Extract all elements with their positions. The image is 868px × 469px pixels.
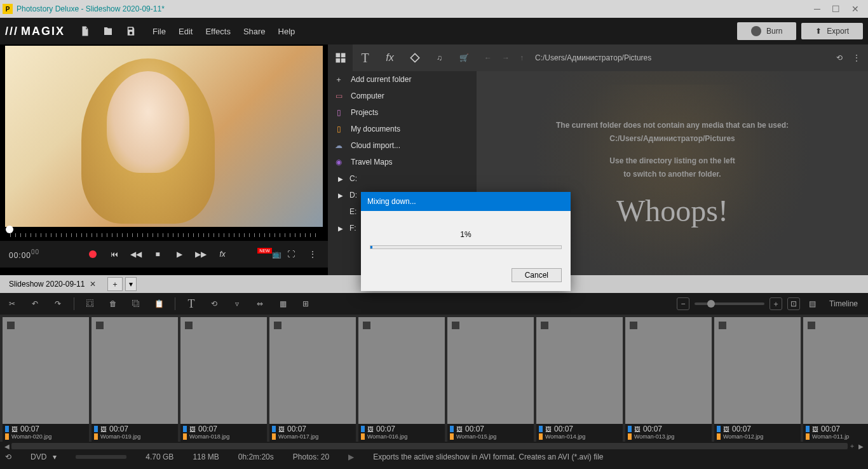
slide-thumb[interactable] <box>358 317 445 424</box>
delete-button[interactable]: 🗑 <box>106 297 120 311</box>
cloud-import-item[interactable]: ☁Cloud import... <box>328 137 477 154</box>
computer-item[interactable]: ▭Computer <box>328 88 477 104</box>
slide-checkbox[interactable] <box>540 321 549 330</box>
menu-file[interactable]: File <box>146 27 172 36</box>
slide-4[interactable]: 🖼00:07 Woman-016.jpg <box>358 317 445 442</box>
text-tab[interactable]: T <box>353 44 377 71</box>
tab-dropdown-button[interactable]: ▾ <box>125 277 137 291</box>
range-button[interactable]: ⇔ <box>253 297 267 311</box>
slide-checkbox[interactable] <box>6 321 15 330</box>
title-button[interactable]: T <box>184 297 198 311</box>
menu-help[interactable]: Help <box>272 27 302 36</box>
slide-6[interactable]: 🖼00:07 Woman-014.jpg <box>536 317 623 442</box>
transitions-tab[interactable] <box>402 44 427 71</box>
slide-8[interactable]: 🖼00:07 Woman-012.jpg <box>714 317 801 442</box>
slide-thumb[interactable] <box>180 317 267 424</box>
slide-thumb[interactable] <box>625 317 712 424</box>
skip-prev-button[interactable]: ⏮ <box>108 248 121 261</box>
slide-thumb[interactable] <box>92 317 178 424</box>
tab-add-button[interactable]: ＋ <box>107 277 123 291</box>
slide-2[interactable]: 🖼00:07 Woman-018.jpg <box>180 317 267 442</box>
minimize-button[interactable]: ─ <box>814 4 820 14</box>
fx-button[interactable]: fx <box>216 248 229 261</box>
rewind-button[interactable]: ◀◀ <box>130 248 142 261</box>
zoom-fit-button[interactable]: ⊡ <box>787 297 800 310</box>
timeline-label[interactable]: Timeline <box>829 299 858 308</box>
slide-thumb[interactable] <box>803 317 868 424</box>
path-field[interactable]: C:/Users/Администратор/Pictures <box>531 53 829 62</box>
my-documents-item[interactable]: ▯My documents <box>328 121 477 137</box>
storyboard[interactable]: 🖼00:07 Woman-020.jpg 🖼00:07 Woman-019.jp… <box>0 315 868 442</box>
status-dropdown-icon[interactable]: ▾ <box>53 452 57 461</box>
slide-checkbox[interactable] <box>362 321 371 330</box>
cut-button[interactable]: ✂ <box>5 297 19 311</box>
forward-button[interactable]: ▶▶ <box>194 248 207 261</box>
audio-tab[interactable]: ♫ <box>427 44 452 71</box>
redo-button[interactable]: ↷ <box>51 297 65 311</box>
zoom-slider[interactable] <box>695 302 764 305</box>
preview-ruler[interactable] <box>5 228 323 241</box>
projects-item[interactable]: ▯Projects <box>328 104 477 121</box>
more-button[interactable]: ⋮ <box>306 248 319 261</box>
menu-effects[interactable]: Effects <box>199 27 237 36</box>
cancel-button[interactable]: Cancel <box>512 268 562 282</box>
nav-up-button[interactable]: ↑ <box>517 53 526 62</box>
close-button[interactable]: ✕ <box>851 4 859 14</box>
add-folder-item[interactable]: ＋Add current folder <box>328 71 477 88</box>
slide-checkbox[interactable] <box>807 321 816 330</box>
zoom-in-button[interactable]: ＋ <box>770 297 782 310</box>
slide-checkbox[interactable] <box>451 321 460 330</box>
maximize-button[interactable]: ☐ <box>832 4 840 14</box>
export-button[interactable]: ⬆Export <box>801 23 863 39</box>
options-icon[interactable]: ⋮ <box>850 53 863 62</box>
storyboard-scrollbar[interactable]: ◀ ＋ ▶ <box>0 442 868 451</box>
slide-9[interactable]: 🖼00:07 Woman-011.jp <box>803 317 868 442</box>
new-file-icon[interactable] <box>78 24 93 39</box>
menu-share[interactable]: Share <box>237 27 272 36</box>
slide-7[interactable]: 🖼00:07 Woman-013.jpg <box>625 317 712 442</box>
slide-0[interactable]: 🖼00:07 Woman-020.jpg <box>3 317 89 442</box>
travel-maps-item[interactable]: ◉Travel Maps <box>328 154 477 170</box>
slide-thumb[interactable] <box>536 317 623 424</box>
tab-close-icon[interactable]: ✕ <box>90 280 96 289</box>
slide-checkbox[interactable] <box>95 321 104 330</box>
save-icon[interactable] <box>123 24 139 39</box>
store-tab[interactable]: 🛒 <box>452 44 477 71</box>
rotate-button[interactable]: ⟲ <box>207 297 221 311</box>
cast-button[interactable]: NEW📺 <box>263 248 276 261</box>
project-tab[interactable]: Slideshow 2020-09-11 ✕ <box>0 275 105 293</box>
scroll-right-button[interactable]: ▶ <box>857 442 865 451</box>
slide-thumb[interactable] <box>447 317 534 424</box>
view-toggle-button[interactable]: ▤ <box>805 297 819 311</box>
refresh-status-icon[interactable]: ⟲ <box>5 452 11 461</box>
slide-checkbox[interactable] <box>184 321 193 330</box>
fx-tab[interactable]: fx <box>377 44 402 71</box>
play-button[interactable]: ▶ <box>173 248 186 261</box>
paste-button[interactable]: 📋 <box>152 297 166 311</box>
group-button[interactable]: ⿴ <box>83 297 97 311</box>
slide-thumb[interactable] <box>714 317 801 424</box>
nav-forward-button[interactable]: → <box>499 53 512 62</box>
menu-edit[interactable]: Edit <box>172 27 199 36</box>
chapter-button[interactable]: ▦ <box>276 297 290 311</box>
grid-button[interactable]: ⊞ <box>299 297 313 311</box>
undo-button[interactable]: ↶ <box>28 297 42 311</box>
slide-thumb[interactable] <box>269 317 356 424</box>
fullscreen-button[interactable]: ⛶ <box>285 248 297 261</box>
slide-3[interactable]: 🖼00:07 Woman-017.jpg <box>269 317 356 442</box>
slide-checkbox[interactable] <box>718 321 727 330</box>
drive-c[interactable]: ▶C: <box>328 170 477 187</box>
playhead[interactable] <box>6 226 13 233</box>
record-button[interactable] <box>86 248 99 261</box>
scroll-add-button[interactable]: ＋ <box>848 442 857 451</box>
slide-1[interactable]: 🖼00:07 Woman-019.jpg <box>92 317 178 442</box>
copy-button[interactable]: ⿻ <box>129 297 143 311</box>
refresh-icon[interactable]: ⟲ <box>834 53 845 62</box>
nav-back-button[interactable]: ← <box>482 53 494 62</box>
slide-thumb[interactable] <box>3 317 89 424</box>
open-file-icon[interactable] <box>100 24 116 39</box>
marker-button[interactable]: ▿ <box>230 297 244 311</box>
stop-button[interactable]: ■ <box>151 248 164 261</box>
slide-checkbox[interactable] <box>273 321 282 330</box>
slide-checkbox[interactable] <box>629 321 638 330</box>
